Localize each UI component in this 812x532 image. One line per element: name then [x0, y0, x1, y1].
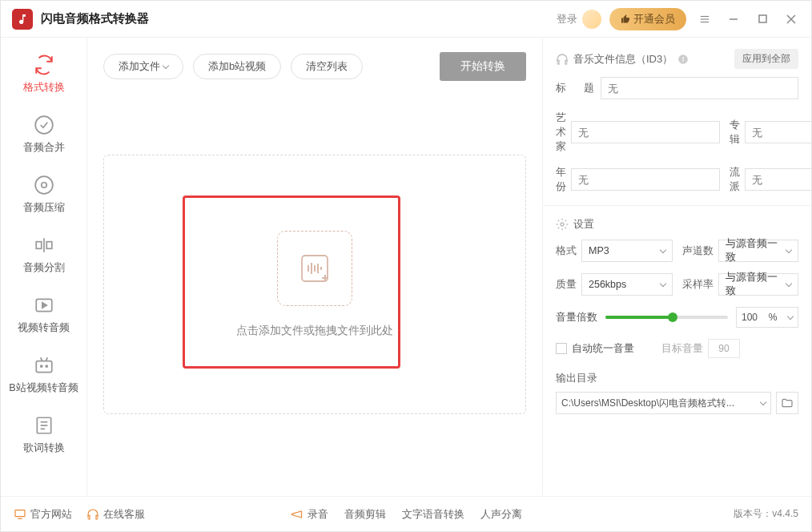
website-label: 官方网站 [30, 507, 72, 522]
bilibili-icon [33, 354, 55, 377]
chevron-down-icon [659, 280, 665, 286]
close-icon [786, 14, 796, 24]
quality-select[interactable]: 256kbps [581, 273, 673, 296]
outdir-select[interactable]: C:\Users\MSI\Desktop\闪电音频格式转... [556, 392, 771, 414]
svg-text:!: ! [682, 55, 685, 62]
svg-rect-4 [759, 15, 766, 22]
sidebar-item-compress[interactable]: 音频压缩 [1, 166, 86, 226]
vocal-link[interactable]: 人声分离 [480, 507, 522, 522]
dropzone-file-icon [277, 231, 352, 306]
headphones-icon [556, 53, 569, 66]
megaphone-icon [291, 508, 303, 521]
convert-icon [33, 54, 55, 76]
menu-icon [699, 14, 710, 25]
chevron-down-icon [786, 280, 792, 286]
dropzone[interactable]: 点击添加文件或拖拽文件到此处 [103, 155, 526, 414]
album-input[interactable] [745, 121, 812, 143]
channels-label: 声道数 [682, 244, 714, 258]
samplerate-label: 采样率 [682, 277, 714, 292]
lyrics-icon [33, 414, 55, 437]
quality-label: 质量 [556, 277, 577, 292]
svg-rect-35 [15, 510, 25, 516]
genre-label: 流派 [730, 165, 740, 194]
sidebar-item-video-to-audio[interactable]: 视频转音频 [1, 286, 86, 346]
year-input[interactable] [571, 168, 720, 191]
tts-link[interactable]: 文字语音转换 [402, 507, 464, 522]
target-volume-input[interactable] [708, 339, 740, 358]
close-button[interactable] [781, 9, 802, 30]
sidebar-item-split[interactable]: 音频分割 [1, 226, 86, 286]
format-select[interactable]: MP3 [581, 240, 673, 262]
id3-header: 音乐文件信息（ID3） [573, 52, 673, 66]
app-title: 闪电音频格式转换器 [41, 11, 557, 26]
samplerate-select[interactable]: 与源音频一致 [718, 273, 799, 296]
chevron-down-icon [760, 398, 766, 405]
title-input[interactable] [601, 77, 798, 99]
add-file-label: 添加文件 [119, 59, 160, 74]
add-bilibili-label: 添加b站视频 [208, 59, 266, 74]
compress-icon [33, 174, 55, 196]
menu-button[interactable] [694, 9, 715, 30]
svg-point-7 [35, 116, 53, 134]
browse-folder-button[interactable] [776, 392, 798, 414]
settings-header: 设置 [573, 217, 594, 232]
apply-all-button[interactable]: 应用到全部 [734, 49, 798, 69]
sidebar-item-format-convert[interactable]: 格式转换 [1, 46, 86, 106]
record-label: 录音 [308, 507, 328, 522]
sidebar-item-label: 音频压缩 [1, 201, 86, 215]
sidebar: 格式转换 音频合并 音频压缩 音频分割 视频转音频 B站视频转音频 歌词转换 [1, 38, 87, 496]
normalize-checkbox[interactable] [556, 343, 567, 354]
target-volume-label: 目标音量 [661, 341, 703, 356]
svg-rect-11 [46, 242, 52, 249]
maximize-button[interactable] [752, 9, 773, 30]
volume-slider[interactable] [605, 316, 728, 319]
video-audio-icon [33, 294, 55, 316]
volume-label: 音量倍数 [556, 310, 597, 324]
version-text: 版本号：v4.4.5 [734, 507, 798, 521]
avatar [582, 10, 601, 29]
trim-link[interactable]: 音频剪辑 [344, 507, 386, 522]
sidebar-item-bilibili[interactable]: B站视频转音频 [1, 346, 86, 406]
minimize-button[interactable] [723, 9, 744, 30]
login-link[interactable]: 登录 [557, 10, 601, 29]
vip-label: 开通会员 [633, 12, 675, 26]
clear-list-button[interactable]: 清空列表 [291, 54, 363, 79]
merge-icon [33, 114, 55, 136]
svg-point-18 [40, 365, 42, 367]
split-icon [33, 234, 55, 256]
svg-point-8 [35, 176, 53, 194]
support-link[interactable]: 在线客服 [86, 507, 145, 522]
thumbs-up-icon [621, 14, 630, 24]
svg-point-34 [561, 223, 564, 226]
start-convert-label: 开始转换 [460, 59, 505, 72]
chevron-down-icon [787, 312, 794, 319]
monitor-icon [14, 508, 26, 521]
sidebar-item-label: 音频分割 [1, 261, 86, 275]
svg-point-19 [46, 365, 47, 367]
artist-input[interactable] [571, 121, 720, 143]
sidebar-item-lyrics[interactable]: 歌词转换 [1, 406, 86, 466]
artist-label: 艺术家 [556, 111, 566, 154]
headset-icon [86, 508, 99, 521]
folder-icon [781, 397, 794, 409]
maximize-icon [758, 14, 767, 23]
app-logo [12, 9, 33, 30]
add-bilibili-button[interactable]: 添加b站视频 [193, 54, 281, 79]
svg-marker-14 [42, 303, 46, 308]
chevron-down-icon [659, 246, 665, 252]
genre-input[interactable] [745, 168, 812, 191]
channels-select[interactable]: 与源音频一致 [718, 240, 799, 262]
add-file-button[interactable]: 添加文件 [103, 54, 183, 79]
info-icon: ! [677, 54, 689, 65]
start-convert-button[interactable]: 开始转换 [440, 52, 526, 81]
chevron-down-icon [163, 62, 169, 68]
album-label: 专辑 [730, 118, 740, 147]
dropzone-text: 点击添加文件或拖拽文件到此处 [236, 324, 393, 338]
vip-button[interactable]: 开通会员 [609, 8, 686, 30]
website-link[interactable]: 官方网站 [14, 507, 72, 522]
sidebar-item-merge[interactable]: 音频合并 [1, 106, 86, 166]
sidebar-item-label: 视频转音频 [1, 321, 86, 335]
svg-rect-15 [36, 361, 52, 373]
record-link[interactable]: 录音 [291, 507, 328, 522]
volume-value[interactable]: 100 % [736, 307, 798, 328]
